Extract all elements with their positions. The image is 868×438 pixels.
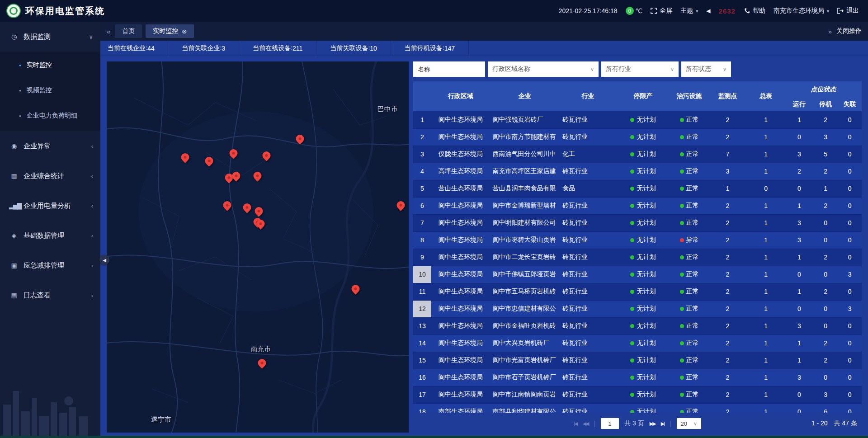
table-row[interactable]: 6阆中生态环境局阆中市金博瑞新型墙材砖瓦行业无计划正常21120: [413, 197, 862, 214]
row-pollution-facility: 正常: [670, 352, 708, 369]
next-page-button[interactable]: ▶▶: [650, 421, 656, 427]
status-dot-icon: [680, 393, 684, 397]
stat-value: 10: [370, 45, 377, 52]
row-monitor-points: 7: [708, 146, 747, 163]
map-pin-icon[interactable]: [181, 153, 189, 162]
row-total-meter: 1: [747, 352, 785, 369]
table-row[interactable]: 8阆中生态环境局阆中市枣碧大梁山页岩砖瓦行业无计划异常21300: [413, 231, 862, 249]
tab[interactable]: 首页: [115, 24, 142, 38]
sidebar-item[interactable]: ◷数据监测∨: [0, 22, 100, 52]
table-row[interactable]: 15阆中生态环境局阆中市光富页岩机砖厂砖瓦行业无计划正常21120: [413, 352, 862, 369]
logout-label: 退出: [846, 7, 859, 15]
row-pollution-facility: 正常: [670, 334, 708, 352]
sidebar-item[interactable]: ▦企业综合统计‹: [0, 161, 100, 191]
page-number-input[interactable]: [601, 418, 619, 429]
sidebar-subitem[interactable]: ●实时监控: [0, 52, 100, 78]
map-pin-icon[interactable]: [263, 151, 271, 160]
col-header-index: [413, 81, 431, 111]
map-pin-icon[interactable]: [255, 207, 264, 216]
map-pin-icon[interactable]: [256, 220, 265, 228]
tab-label: 首页: [122, 27, 135, 35]
row-running: 3: [785, 146, 813, 163]
region-select[interactable]: 行政区域名称 ∨: [488, 61, 599, 77]
tabs-scroll-right-icon[interactable]: »: [828, 28, 832, 35]
row-total-meter: 1: [747, 369, 785, 386]
tabs-scroll-left-icon[interactable]: «: [107, 28, 110, 35]
table-row[interactable]: 4高坪生态环境局南充市高坪区王家店建砖瓦行业无计划正常31220: [413, 163, 862, 180]
row-running: 2: [785, 163, 813, 180]
map-pin-icon[interactable]: [352, 285, 360, 293]
total-pages-label: 共 3 页: [624, 419, 644, 428]
map-pin-icon[interactable]: [397, 201, 406, 210]
table-row[interactable]: 11阆中生态环境局阆中市五马桥页岩机砖砖瓦行业无计划正常21120: [413, 283, 862, 300]
table-row[interactable]: 3仪陇生态环境局西南油气田分公司川中化工无计划正常71350: [413, 146, 862, 163]
row-index: 8: [413, 231, 431, 249]
industry-select[interactable]: 所有行业 ∨: [601, 61, 679, 77]
row-stopped: 6: [813, 403, 838, 413]
sound-button[interactable]: ◀: [706, 8, 710, 14]
sidebar-subitem[interactable]: ●企业电力负荷明细: [0, 103, 100, 128]
logout-button[interactable]: 退出: [837, 7, 859, 15]
sidebar-item[interactable]: ▣应急减排管理‹: [0, 250, 100, 280]
row-company: 阆中强锐页岩砖厂: [490, 111, 560, 128]
table-row[interactable]: 12阆中生态环境局阆中市忠信建材有限公砖瓦行业无计划正常21003: [413, 300, 862, 317]
sidebar-item[interactable]: ▂▅▇企业用电量分析‹: [0, 191, 100, 221]
name-search-input[interactable]: [413, 61, 485, 77]
table-row[interactable]: 14阆中生态环境局阆中大兴页岩机砖厂砖瓦行业无计划正常21120: [413, 334, 862, 352]
status-dot-icon: [680, 273, 684, 277]
map-pin-icon[interactable]: [229, 149, 238, 158]
org-dropdown[interactable]: 南充市生态环境局 ▾: [774, 7, 829, 15]
sidebar-collapse-toggle[interactable]: ◀: [99, 255, 109, 265]
theme-dropdown[interactable]: 主题 ▾: [680, 7, 698, 15]
table-row[interactable]: 10阆中生态环境局阆中千佛镇五郎垭页岩砖瓦行业无计划正常21003: [413, 266, 862, 283]
table-row[interactable]: 9阆中生态环境局阆中市二龙长宝页岩砖砖瓦行业无计划正常21120: [413, 249, 862, 266]
col-header-running: 运行: [785, 98, 813, 111]
row-total-meter: 1: [747, 266, 785, 283]
col-header-disconnected: 失联: [838, 98, 862, 111]
fullscreen-button[interactable]: 全屏: [651, 7, 672, 15]
map-pin-icon[interactable]: [258, 359, 267, 367]
row-stopped: 0: [813, 300, 838, 317]
table-row[interactable]: 18南部生态环境局南部县利华建材有限公砖瓦行业无计划正常21060: [413, 403, 862, 413]
table-row[interactable]: 16阆中生态环境局阆中市石子页岩机砖厂砖瓦行业无计划正常21300: [413, 369, 862, 386]
sidebar-item[interactable]: ◈基础数据管理‹: [0, 221, 100, 250]
status-dot-icon: [630, 358, 634, 363]
chevron-left-icon: ‹: [91, 292, 93, 299]
table-row[interactable]: 13阆中生态环境局阆中市金福旺页岩机砖砖瓦行业无计划正常21300: [413, 317, 862, 334]
stat-value: 211: [292, 45, 302, 52]
brand: 环保用电监管系统: [6, 4, 105, 18]
map[interactable]: 巴中市南充市遂宁市: [107, 61, 409, 433]
table-row[interactable]: 5营山生态环境局营山县润丰肉食品有限食品无计划正常10010: [413, 180, 862, 197]
row-stopped: 2: [813, 334, 838, 352]
map-pin-icon[interactable]: [296, 135, 304, 143]
sidebar-item[interactable]: ◉企业异常‹: [0, 131, 100, 161]
table-row[interactable]: 7阆中生态环境局阆中明阳建材有限公司砖瓦行业无计划正常21300: [413, 214, 862, 231]
last-page-button[interactable]: ▶|: [661, 421, 664, 427]
stat-label: 当前失联设备:: [330, 44, 370, 52]
map-pin-icon[interactable]: [223, 201, 232, 210]
close-operations-button[interactable]: 关闭操作: [836, 27, 862, 35]
sidebar-subitem[interactable]: ●视频监控: [0, 78, 100, 103]
bullet-icon: ●: [19, 114, 21, 118]
table-row[interactable]: 1阆中生态环境局阆中强锐页岩砖厂砖瓦行业无计划正常21120: [413, 111, 862, 128]
sidebar-item[interactable]: ▤日志查看‹: [0, 280, 100, 310]
map-pin-icon[interactable]: [205, 157, 214, 165]
table-row[interactable]: 17阆中生态环境局阆中市江南镇阆南页岩砖瓦行业无计划正常21030: [413, 386, 862, 403]
tab[interactable]: 实时监控⊗: [146, 24, 194, 38]
row-running: 3: [785, 369, 813, 386]
stat-item: 当前停机设备: 147: [391, 41, 469, 56]
status-dot-icon: [630, 410, 634, 413]
chevron-left-icon: ‹: [91, 143, 93, 150]
prev-page-button[interactable]: ◀◀: [583, 421, 589, 427]
map-pin-icon[interactable]: [254, 172, 262, 180]
map-pin-icon[interactable]: [243, 203, 251, 212]
table-row[interactable]: 2阆中生态环境局阆中市南方节能建材有砖瓦行业无计划正常21030: [413, 128, 862, 146]
tab-close-icon[interactable]: ⊗: [182, 28, 187, 35]
first-page-button[interactable]: |◀: [574, 421, 577, 427]
status-select[interactable]: 所有状态 ∨: [681, 61, 731, 77]
row-company: 阆中市金博瑞新型墙材: [490, 197, 560, 214]
map-pin-icon[interactable]: [232, 172, 241, 180]
row-region: 阆中生态环境局: [431, 231, 490, 249]
page-size-select[interactable]: 20 ∨: [677, 418, 701, 429]
help-button[interactable]: 帮助: [744, 7, 765, 15]
